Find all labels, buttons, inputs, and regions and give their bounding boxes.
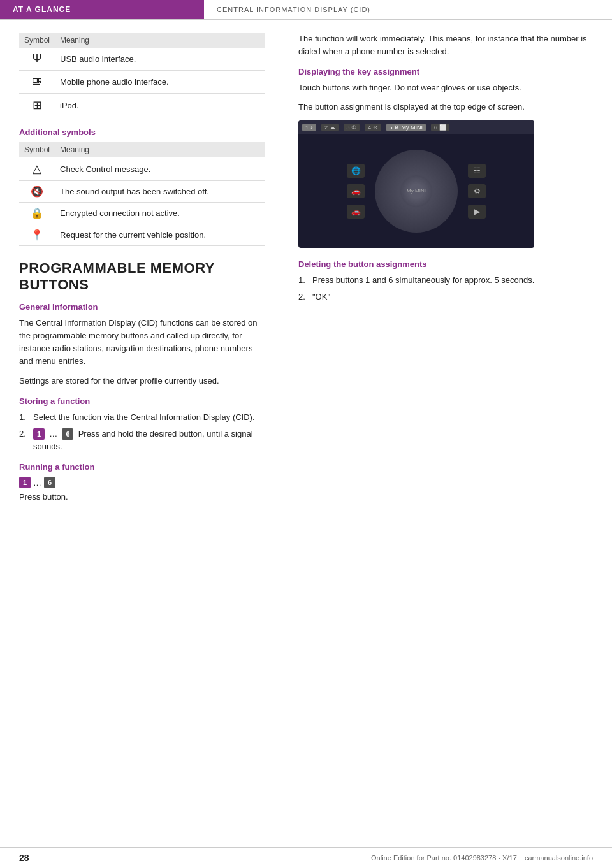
key-assignment-title: Displaying the key assignment	[298, 67, 593, 76]
symbols-table: Symbol Meaning Ψ USB audio interface. 🖳 …	[19, 33, 265, 117]
storing-title: Storing a function	[19, 396, 265, 406]
running-dots: …	[33, 478, 41, 488]
cid-center-label: My MINI	[407, 188, 426, 194]
footer-info: Online Edition for Part no. 01402983278 …	[371, 854, 593, 862]
list-item: 1. Select the function via the Central I…	[19, 411, 265, 424]
cid-right-icons: ☷ ⚙ ▶	[468, 164, 486, 219]
deleting-steps-list: 1. Press buttons 1 and 6 simultaneously …	[298, 274, 593, 303]
cid-btn-6: 6 ⬜	[431, 124, 449, 131]
table-row: 🔇 The sound output has been switched off…	[19, 181, 265, 203]
table-row: Ψ USB audio interface.	[19, 48, 265, 71]
cid-icon-play: ▶	[468, 205, 486, 219]
programmable-title: PROGRAMMABLE MEMORY BUTTONS	[19, 260, 265, 293]
meaning-cell: Check Control message.	[55, 157, 265, 181]
symbol-cell: ⊞	[19, 94, 55, 117]
table-row: 🖳 Mobile phone audio interface.	[19, 71, 265, 94]
cid-btn-4: 4 ⊛	[365, 124, 381, 131]
symbol-cell: 🔇	[19, 181, 55, 203]
cid-controller: My MINI	[375, 150, 458, 233]
cid-btn-2: 2 ☁	[321, 124, 339, 131]
general-info-text: The Central Information Display (CID) fu…	[19, 317, 265, 368]
page-number: 28	[19, 853, 29, 863]
cid-icon-car: 🚗	[347, 184, 365, 198]
symbol-cell: 🖳	[19, 71, 55, 94]
cid-top-bar: 1 ♪ 2 ☁ 3 ① 4 ⊛ 5 🖥 My MINI 6 ⬜	[298, 120, 534, 134]
storing-steps-list: 1. Select the function via the Central I…	[19, 411, 265, 453]
btn1-icon: 1	[33, 428, 45, 440]
header-left-label: AT A GLANCE	[0, 0, 204, 19]
running-text: Press button.	[19, 491, 265, 503]
running-btn6: 6	[44, 477, 55, 488]
running-btn1: 1	[19, 477, 31, 488]
meaning-cell: Request for the current vehicle position…	[55, 224, 265, 246]
symbol-cell: △	[19, 157, 55, 181]
meaning-cell: USB audio interface.	[55, 48, 265, 71]
footer-edition-text: Online Edition for Part no. 01402983278 …	[371, 854, 517, 862]
footer-website: carmanualsonline.info	[525, 854, 593, 862]
cid-screenshot: 1 ♪ 2 ☁ 3 ① 4 ⊛ 5 🖥 My MINI 6 ⬜ 🌐 🚗 🚗	[298, 120, 534, 248]
deleting-title: Deleting the button assignments	[298, 259, 593, 269]
list-item: 2. "OK"	[298, 291, 593, 303]
general-info-title: General information	[19, 302, 265, 312]
cid-label: CENTRAL INFORMATION DISPLAY (CID)	[217, 6, 370, 13]
col-meaning-header2: Meaning	[55, 142, 265, 157]
at-a-glance-label: AT A GLANCE	[13, 5, 71, 14]
table-row: △ Check Control message.	[19, 157, 265, 181]
cid-icon-settings: ⚙	[468, 184, 486, 198]
symbol-cell: 📍	[19, 224, 55, 246]
list-item: 1. Press buttons 1 and 6 simultaneously …	[298, 274, 593, 287]
table-row: 📍 Request for the current vehicle positi…	[19, 224, 265, 246]
list-item: 2. 1 … 6 Press and hold the desired butt…	[19, 428, 265, 453]
cid-controller-inner: My MINI	[400, 175, 432, 207]
page-content: Symbol Meaning Ψ USB audio interface. 🖳 …	[0, 20, 612, 523]
table-row: ⊞ iPod.	[19, 94, 265, 117]
header-right-label: CENTRAL INFORMATION DISPLAY (CID)	[204, 0, 383, 19]
btn6-icon: 6	[62, 428, 73, 440]
meaning-cell: iPod.	[55, 94, 265, 117]
cid-main: 🌐 🚗 🚗 My MINI ☷ ⚙ ▶	[298, 134, 534, 248]
symbol-cell: Ψ	[19, 48, 55, 71]
function-text: The function will work immediately. This…	[298, 33, 593, 58]
right-column: The function will work immediately. This…	[280, 20, 612, 523]
cid-icon-globe: 🌐	[347, 164, 365, 178]
meaning-cell: Encrypted connection not active.	[55, 203, 265, 224]
cid-icon-parking: 🚗	[347, 205, 365, 219]
running-title: Running a function	[19, 462, 265, 472]
cid-btn-5: 5 🖥 My MINI	[386, 124, 426, 131]
page-header: AT A GLANCE CENTRAL INFORMATION DISPLAY …	[0, 0, 612, 20]
key-assignment-text2: The button assignment is displayed at th…	[298, 101, 593, 113]
key-assignment-text1: Touch buttons with finger. Do not wear g…	[298, 82, 593, 94]
cid-btn-3: 3 ①	[344, 124, 360, 131]
additional-symbols-table: Symbol Meaning △ Check Control message. …	[19, 142, 265, 246]
cid-icon-menu: ☷	[468, 164, 486, 178]
left-column: Symbol Meaning Ψ USB audio interface. 🖳 …	[0, 20, 280, 523]
page-footer: 28 Online Edition for Part no. 014029832…	[0, 847, 612, 868]
col-meaning-header: Meaning	[55, 33, 265, 48]
table-row: 🔒 Encrypted connection not active.	[19, 203, 265, 224]
meaning-cell: The sound output has been switched off.	[55, 181, 265, 203]
meaning-cell: Mobile phone audio interface.	[55, 71, 265, 94]
col-symbol-header2: Symbol	[19, 142, 55, 157]
running-icons-row: 1 … 6	[19, 477, 265, 488]
symbol-cell: 🔒	[19, 203, 55, 224]
additional-symbols-title: Additional symbols	[19, 127, 265, 137]
cid-btn-1: 1 ♪	[302, 124, 316, 131]
col-symbol-header: Symbol	[19, 33, 55, 48]
general-info-text2: Settings are stored for the driver profi…	[19, 375, 265, 387]
cid-left-icons: 🌐 🚗 🚗	[347, 164, 365, 219]
